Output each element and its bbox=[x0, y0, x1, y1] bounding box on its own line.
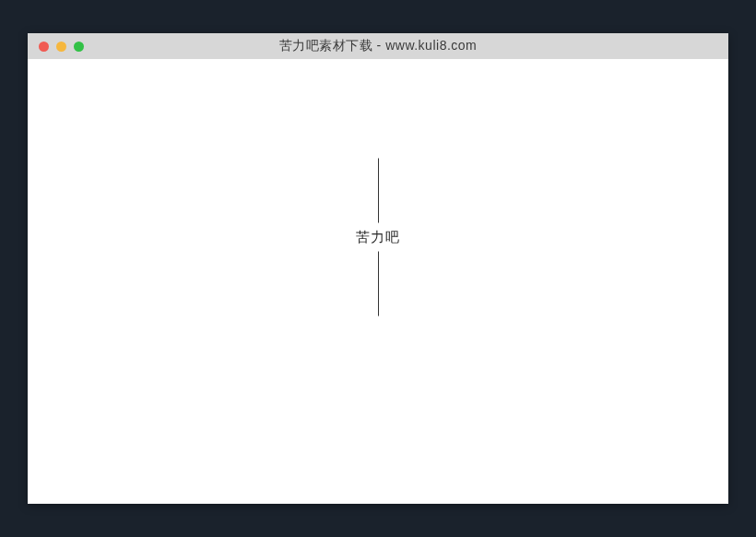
traffic-lights bbox=[28, 42, 84, 52]
content-area: 苦力吧 bbox=[28, 59, 728, 504]
titlebar: 苦力吧素材下载 - www.kuli8.com bbox=[28, 33, 728, 59]
close-icon[interactable] bbox=[39, 42, 49, 52]
center-label: 苦力吧 bbox=[356, 222, 400, 251]
center-decoration: 苦力吧 bbox=[356, 158, 400, 316]
vertical-line-bottom bbox=[378, 251, 379, 316]
maximize-icon[interactable] bbox=[74, 42, 84, 52]
vertical-line-top bbox=[378, 158, 379, 222]
window-title: 苦力吧素材下载 - www.kuli8.com bbox=[279, 38, 478, 54]
minimize-icon[interactable] bbox=[56, 42, 66, 52]
app-window: 苦力吧素材下载 - www.kuli8.com 苦力吧 bbox=[28, 33, 728, 504]
